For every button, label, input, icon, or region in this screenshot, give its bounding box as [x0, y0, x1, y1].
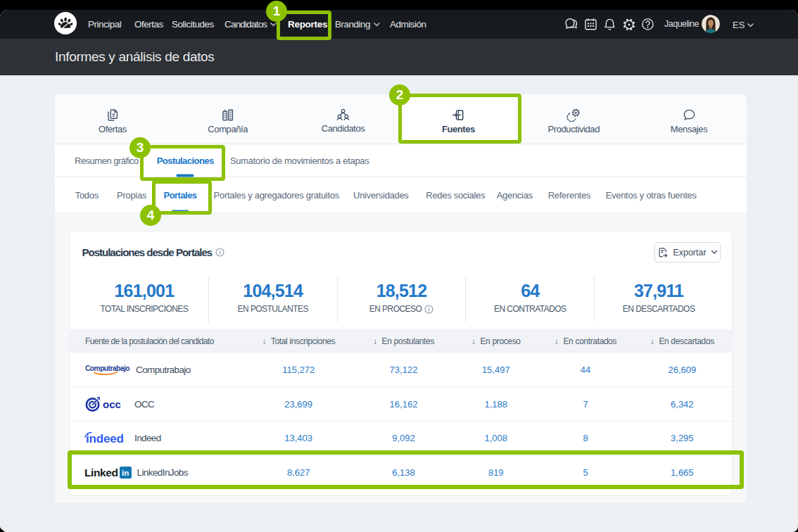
svg-text:occ: occ [103, 398, 121, 410]
svg-text:Computrabajo: Computrabajo [85, 365, 129, 372]
svg-text:indeed: indeed [86, 432, 124, 445]
